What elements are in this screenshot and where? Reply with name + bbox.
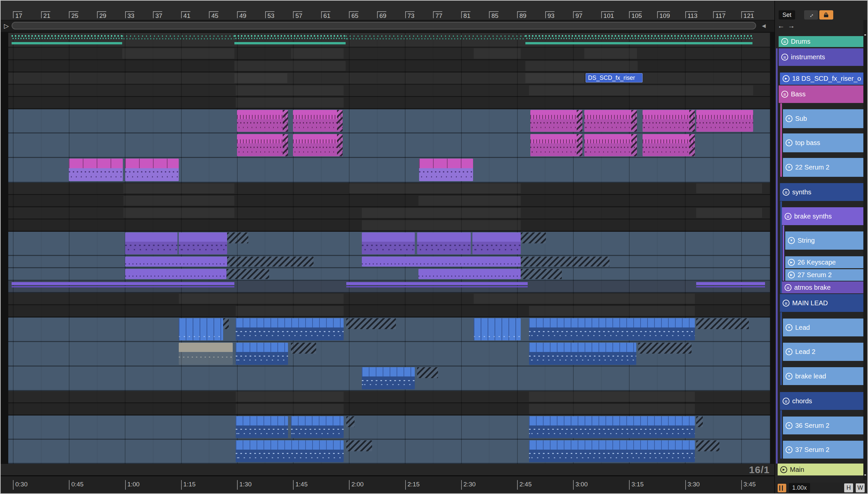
clip[interactable] [234,73,288,83]
lane-instruments-sub[interactable] [8,60,770,73]
play-icon[interactable]: ▶ [788,271,795,279]
menu-icon[interactable]: ≡ [785,213,792,220]
lane-fx-riser[interactable]: DS_SCD_fx_riser [8,73,770,85]
lane-sub[interactable] [8,109,770,133]
clip[interactable] [529,86,753,95]
clip[interactable] [696,208,762,218]
clip[interactable] [584,134,637,156]
clip[interactable] [696,281,765,291]
lane-synths-group[interactable] [8,183,770,195]
clip[interactable] [12,281,234,291]
track-header-brake-lead[interactable]: ▼brake lead [783,367,864,385]
clip[interactable] [529,440,695,462]
clip[interactable] [362,256,521,267]
clip[interactable] [474,48,521,59]
track-header-main-lead[interactable]: ≡MAIN LEAD [780,294,864,312]
play-icon[interactable]: ▶ [788,259,795,266]
clip[interactable] [362,220,521,230]
clip[interactable] [291,48,344,59]
clip[interactable] [179,343,233,365]
clip[interactable] [417,232,471,254]
clip[interactable] [349,184,520,193]
clip-hatch[interactable] [227,269,269,279]
clip[interactable] [529,318,695,340]
scrollbar-handle[interactable] [12,22,756,30]
lane-chords-group[interactable] [8,391,770,403]
clip-hatch[interactable] [291,343,316,354]
clip[interactable] [125,256,227,267]
clip[interactable] [362,232,415,254]
clip[interactable] [293,110,343,132]
menu-icon[interactable]: ≡ [781,91,788,98]
play-icon[interactable]: ▶ [783,75,790,82]
clip[interactable] [362,367,415,390]
time-ruler[interactable]: 0:300:451:001:151:301:452:002:152:302:45… [1,475,774,494]
clip[interactable] [529,392,695,402]
back-arrow-button[interactable]: ← [778,22,785,30]
track-header-18-ds-scd-fx-riser-o[interactable]: ▶18 DS_SCD_fx_riser_o [780,73,864,85]
clip[interactable] [237,110,288,132]
lane-synths-sub[interactable] [8,195,770,207]
clip[interactable] [346,281,528,291]
clip[interactable] [529,343,636,365]
clip[interactable] [122,34,234,46]
track-header-27-serum-2[interactable]: ▶27 Serum 2 [785,269,864,281]
lane-chords-sub[interactable] [8,403,770,416]
clip[interactable] [529,306,695,316]
panel-scrollbar[interactable] [863,20,867,480]
track-header-instruments[interactable]: ≡instruments [778,48,864,66]
clip[interactable] [531,134,582,156]
clip[interactable] [237,134,288,156]
height-zoom-button[interactable]: H [844,483,853,492]
clip[interactable] [642,134,695,156]
clip-hatch[interactable] [521,269,562,279]
track-header-37-serum-2[interactable]: ▼37 Serum 2 [783,441,864,459]
clip[interactable] [69,158,123,181]
clip-hatch[interactable] [346,416,354,427]
loop-start-icon[interactable]: ▷ [4,22,9,30]
clip[interactable] [179,294,343,304]
lane-serum-37[interactable] [8,440,770,464]
lane-lead-2[interactable] [8,342,770,366]
clip-hatch[interactable] [227,256,313,267]
bar-ruler[interactable]: 1721252933374145495357616569737781858993… [1,1,774,21]
clip-hatch[interactable] [696,440,719,451]
menu-icon[interactable]: ≡ [783,189,790,196]
clip[interactable] [419,158,473,181]
menu-icon[interactable]: ≡ [781,54,788,61]
clip-hatch[interactable] [638,343,692,354]
track-header-drums[interactable]: ≡Drums [778,36,864,47]
menu-icon[interactable]: ≡ [783,300,790,307]
clip[interactable] [696,110,753,132]
lane-bass-sub[interactable] [8,97,770,109]
clip[interactable] [525,34,752,46]
lane-serum-22[interactable] [8,158,770,183]
clip[interactable] [696,184,762,193]
clip[interactable] [474,318,521,340]
fold-icon[interactable]: ▼ [786,373,792,380]
clip[interactable] [234,61,346,71]
clip[interactable] [125,158,179,181]
clip[interactable] [584,48,637,59]
lane-bass-group[interactable] [8,85,770,97]
fold-icon[interactable]: ▼ [786,324,792,331]
fold-icon[interactable]: ▼ [786,422,792,429]
meter-icon[interactable] [778,484,786,492]
clip[interactable] [125,269,227,279]
lane-top-bass[interactable] [8,133,770,158]
menu-icon[interactable]: ≡ [781,38,788,45]
clip[interactable] [419,269,521,279]
track-header-string[interactable]: ▼String [785,231,864,250]
track-header-top-bass[interactable]: ▼top bass [783,133,864,152]
clip[interactable] [236,306,344,316]
clip-DS_SCD_fx_riser[interactable]: DS_SCD_fx_riser [585,73,642,82]
fold-icon[interactable]: ▼ [786,446,792,453]
lane-lead[interactable] [8,318,770,342]
clip[interactable] [236,404,344,414]
fold-icon[interactable]: ▼ [788,237,795,244]
lane-brake-lead[interactable] [8,366,770,391]
fold-icon[interactable]: ▼ [786,348,792,355]
clip[interactable] [529,404,695,414]
clip[interactable] [293,134,343,156]
clip[interactable] [125,232,178,254]
